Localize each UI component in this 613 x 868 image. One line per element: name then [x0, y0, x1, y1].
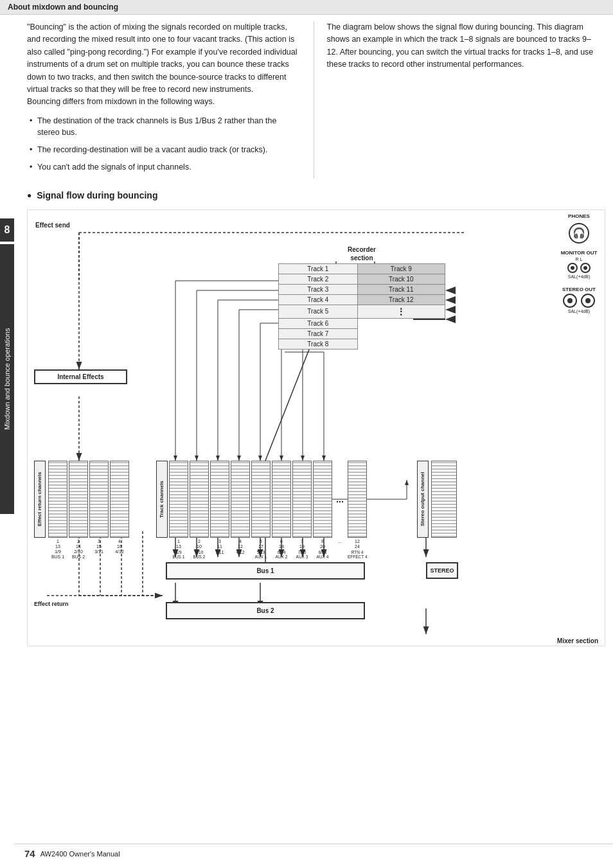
- track-table: Track 1 Track 9 Track 2 Track 10 Track 3…: [278, 263, 445, 350]
- effect-ch-labels-row1: 113 214 315 416: [48, 539, 129, 550]
- internal-effects-box: Internal Effects: [34, 369, 127, 384]
- effect-return-channels-label: Effect return channels: [34, 461, 46, 538]
- footer: 74 AW2400 Owner's Manual: [14, 844, 613, 859]
- track-ch-5: [251, 461, 271, 538]
- phones-icon: 🎧: [569, 223, 589, 244]
- track-channels-label: Track channels: [156, 461, 168, 538]
- track-1: Track 1: [279, 263, 358, 274]
- stereo-out-label: STEREO OUT: [562, 287, 596, 292]
- track-ch-labels-row1: 113 210 311 412 517 618 719 820 ... 1224: [169, 539, 367, 550]
- effect-return-channels: [48, 461, 129, 538]
- effect-ch-4: [110, 461, 129, 538]
- track-ch-labels-row2: 1/9BUS 1 2/10BUS 2 3/11 4/12 5/13AUX 1 6…: [169, 550, 367, 560]
- footer-text: AW2400 Owner's Manual: [40, 850, 120, 858]
- track-ch-7: [292, 461, 312, 538]
- tch-bus-4: 4/12: [231, 550, 250, 560]
- intro-right: The diagram below shows the signal flow …: [314, 21, 601, 179]
- track-11: Track 11: [357, 284, 445, 294]
- mixer-section-label: Mixer section: [557, 637, 598, 644]
- track-4: Track 4: [279, 294, 358, 305]
- recorder-section: Recordersection Track 1 Track 9 Track 2 …: [278, 245, 445, 350]
- track-ch-8: [313, 461, 332, 538]
- ech-label-4: 416: [110, 539, 129, 550]
- effect-ch-2: [69, 461, 88, 538]
- stereo-jack-l: [563, 294, 577, 308]
- bullet-2: The recording-destination will be a vaca…: [27, 144, 301, 156]
- effect-ch-3: [89, 461, 109, 538]
- chapter-label: Mixdown and bounce operations: [0, 244, 14, 514]
- tch-dots: ...: [333, 539, 346, 550]
- bullet-1: The destination of the track channels is…: [27, 115, 301, 139]
- bullet-list: The destination of the track channels is…: [27, 115, 301, 173]
- ech-label-1: 113: [48, 539, 67, 550]
- track-7: Track 7: [279, 328, 358, 339]
- stereo-jacks: [563, 294, 595, 308]
- stereo-output-label: Stereo output channel: [417, 461, 429, 538]
- ech-bus-1: 1/9BUS 1: [48, 549, 67, 560]
- tch-num-8: 820: [313, 539, 332, 550]
- chapter-number: 8: [0, 218, 14, 242]
- track-10: Track 10: [357, 274, 445, 284]
- page-header: About mixdown and bouncing: [0, 0, 613, 15]
- tch-num-12: 1224: [348, 539, 367, 550]
- bus1-box: Bus 1: [166, 562, 365, 580]
- track-12: Track 12: [357, 294, 445, 305]
- tch-num-7: 719: [292, 539, 312, 550]
- tch-num-3: 311: [210, 539, 229, 550]
- monitor-area: MONITOR OUT RL SAL(+4dB): [561, 250, 598, 279]
- phones-area: PHONES 🎧 MONITOR OUT RL SAL(+4dB) STEREO…: [556, 213, 601, 314]
- stereo-channel-strip: [431, 461, 457, 538]
- intro-section: "Bouncing" is the action of mixing the s…: [27, 21, 600, 179]
- track-dots1: ⋮: [357, 305, 445, 318]
- effect-ch-labels-row2: 1/9BUS 1 2/10BUS 2 3/11 4/12: [48, 549, 129, 560]
- header-title: About mixdown and bouncing: [8, 3, 118, 12]
- tch-aux-1: 5/13AUX 1: [251, 550, 271, 560]
- tch-num-5: 517: [251, 539, 271, 550]
- monitor-jack-r: [567, 263, 578, 273]
- track-3: Track 3: [279, 284, 358, 294]
- track-channels: ...: [169, 461, 367, 538]
- tch-bus-1: 1/9BUS 1: [169, 550, 188, 560]
- effect-ch-1: [48, 461, 67, 538]
- ech-label-2: 214: [69, 539, 88, 550]
- tch-aux-3: 7/15AUX 3: [292, 550, 312, 560]
- bullet-3: You can't add the signals of input chann…: [27, 161, 301, 173]
- main-content: "Bouncing" is the action of mixing the s…: [14, 15, 613, 653]
- track-9: Track 9: [357, 263, 445, 274]
- ech-bus-4: 4/12: [110, 549, 129, 560]
- track-ch-1: [169, 461, 188, 538]
- track-ch-4: [231, 461, 250, 538]
- phones-label: PHONES: [568, 213, 590, 219]
- tch-bus-2: 2/10BUS 2: [190, 550, 209, 560]
- stereo-out-area: STEREO OUT SAL(+4dB): [562, 287, 596, 314]
- effect-return-label: Effect return: [34, 601, 69, 607]
- tch-num-1: 113: [169, 539, 188, 550]
- bus2-box: Bus 2: [166, 602, 365, 619]
- track-ch-2: [190, 461, 209, 538]
- tch-aux-2: 6/14AUX 2: [272, 550, 291, 560]
- tch-num-2: 210: [190, 539, 209, 550]
- ech-bus-3: 3/11: [89, 549, 109, 560]
- track-6: Track 6: [279, 318, 358, 328]
- sal-label: SAL(+4dB): [568, 274, 590, 279]
- stereo-box: STEREO: [426, 562, 458, 579]
- track-ch-6: [272, 461, 291, 538]
- recorder-title: Recordersection: [278, 245, 445, 262]
- tch-num-6: 618: [272, 539, 291, 550]
- monitor-jacks: [567, 263, 591, 273]
- intro-left: "Bouncing" is the action of mixing the s…: [27, 21, 301, 179]
- tch-aux-4: 8/16AUX 4: [313, 550, 332, 560]
- monitor-out-label: MONITOR OUT: [561, 250, 598, 256]
- section-title: Signal flow during bouncing: [27, 190, 600, 200]
- intro-right-text: The diagram below shows the signal flow …: [327, 21, 601, 71]
- tch-rtn4: RTN 4EFFECT 4: [348, 550, 367, 560]
- internal-effects-label: Internal Effects: [57, 373, 103, 380]
- effect-send-label: Effect send: [35, 222, 70, 229]
- track-5: Track 5: [279, 305, 358, 318]
- track-ch-3: [210, 461, 229, 538]
- stereo-jack-r: [581, 294, 595, 308]
- sal2-label: SAL(+4dB): [568, 309, 590, 314]
- track-ch-12: [348, 461, 367, 538]
- track-8: Track 8: [279, 339, 358, 349]
- ech-label-3: 315: [89, 539, 109, 550]
